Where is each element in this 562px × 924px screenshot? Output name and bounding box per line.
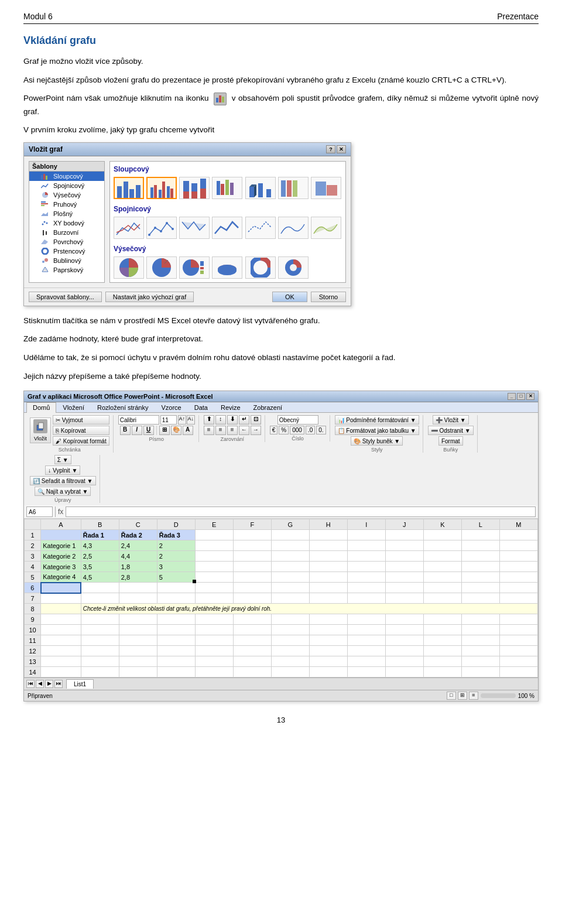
fill-color-btn[interactable]: 🎨 [171,426,181,435]
align-middle-btn[interactable]: ↕ [215,415,226,425]
cell-d1[interactable]: Řada 3 [157,530,195,540]
col-header-a[interactable]: A [41,519,81,530]
pie-chart-5[interactable] [245,256,276,279]
cell-a3[interactable]: Kategorie 2 [41,551,81,562]
align-left-btn[interactable]: ≡ [204,426,214,435]
cell-m4[interactable] [499,562,537,572]
cell-d5[interactable]: 5 [157,572,195,583]
cell-m2[interactable] [499,540,537,551]
cell-d6[interactable] [157,583,195,593]
pie-chart-1[interactable] [114,256,144,279]
line-chart-1[interactable] [114,217,144,239]
font-increase-btn[interactable]: A↑ [178,415,186,425]
row-num-1[interactable]: 1 [25,530,41,540]
cell-l1[interactable] [461,530,499,540]
align-bottom-btn[interactable]: ⬇ [227,415,238,425]
line-chart-3[interactable] [179,217,210,239]
ribbon-tab-domu[interactable]: Domů [26,402,56,413]
cell-d4[interactable]: 3 [157,562,195,572]
cell-l6[interactable] [461,583,499,593]
format-as-table-btn[interactable]: 📋 Formátovat jako tabulku ▼ [335,426,419,435]
page-break-btn[interactable]: ≡ [469,692,478,700]
cell-m6[interactable] [499,583,537,593]
cell-k3[interactable] [423,551,461,562]
cell-h5[interactable] [309,572,347,583]
cell-k4[interactable] [423,562,461,572]
chart-type-plosny[interactable]: Plošný [29,209,104,218]
chart-thumb-4[interactable] [212,177,242,199]
cell-i2[interactable] [347,540,385,551]
sheet-nav-first[interactable]: ⏮ [26,680,35,688]
chart-thumb-6[interactable] [278,177,309,199]
align-top-btn[interactable]: ⬆ [204,415,214,425]
cell-b1[interactable]: Řada 1 [81,530,119,540]
cell-g4[interactable] [271,562,309,572]
find-select-btn[interactable]: 🔍 Najít a vybrat ▼ [35,487,91,496]
cell-i7[interactable] [347,593,385,604]
cell-i1[interactable] [347,530,385,540]
cell-c7[interactable] [119,593,157,604]
cell-b5[interactable]: 4,5 [81,572,119,583]
pie-chart-6[interactable] [278,256,309,279]
insert-cells-btn[interactable]: ➕ Vložit ▼ [433,415,469,425]
cell-f3[interactable] [233,551,271,562]
currency-btn[interactable]: € [270,426,278,434]
chart-type-sloupcovy[interactable]: Sloupcový [29,172,104,181]
cell-i6[interactable] [347,583,385,593]
chart-type-vysecovy[interactable]: Výsečový [29,190,104,200]
row-num-8[interactable]: 8 [25,604,41,614]
decimal-increase-btn[interactable]: .0 [306,426,315,434]
cell-f5[interactable] [233,572,271,583]
sum-btn[interactable]: Σ ▼ [54,455,71,464]
wrap-text-btn[interactable]: ↵ [239,415,249,425]
sort-filter-btn[interactable]: 🔃 Seřadit a filtrovat ▼ [30,476,96,485]
col-header-l[interactable]: L [461,519,499,530]
chart-type-pruhovy[interactable]: Pruhový [29,200,104,209]
chart-type-paprskovy[interactable]: Paprskový [29,265,104,275]
cell-e6[interactable] [195,583,233,593]
col-header-h[interactable]: H [309,519,347,530]
excel-maximize-btn[interactable]: □ [517,393,525,400]
chart-thumb-2[interactable] [146,177,177,199]
cell-b6[interactable] [81,583,119,593]
indent-decrease-btn[interactable]: ← [239,426,249,435]
font-decrease-btn[interactable]: A↓ [187,415,195,425]
border-btn[interactable]: ⊞ [159,426,170,435]
cell-h4[interactable] [309,562,347,572]
font-color-btn[interactable]: A [183,426,193,435]
cell-a7[interactable] [41,593,81,604]
cell-g3[interactable] [271,551,309,562]
cell-j5[interactable] [385,572,423,583]
cell-d3[interactable]: 2 [157,551,195,562]
pie-chart-4[interactable] [212,256,242,279]
cell-j6[interactable] [385,583,423,593]
chart-thumb-3[interactable] [179,177,210,199]
col-header-m[interactable]: M [499,519,537,530]
cell-h1[interactable] [309,530,347,540]
cell-j4[interactable] [385,562,423,572]
cell-j7[interactable] [385,593,423,604]
cell-c4[interactable]: 1,8 [119,562,157,572]
cell-c6[interactable] [119,583,157,593]
thousand-sep-btn[interactable]: 000 [290,426,304,434]
fill-btn[interactable]: ↓ Vyplnit ▼ [45,466,80,475]
cell-a4[interactable]: Kategorie 3 [41,562,81,572]
pie-chart-3[interactable] [179,256,210,279]
merge-btn[interactable]: ⊡ [251,415,261,425]
cell-i4[interactable] [347,562,385,572]
col-header-i[interactable]: I [347,519,385,530]
cell-k2[interactable] [423,540,461,551]
cell-c5[interactable]: 2,8 [119,572,157,583]
cell-l7[interactable] [461,593,499,604]
chart-type-povrchovy[interactable]: Povrchový [29,237,104,247]
chart-type-bublinovy[interactable]: Bublinový [29,256,104,265]
sheet-tab-list1[interactable]: List1 [66,679,94,689]
dialog-close-btn[interactable]: ✕ [337,145,346,153]
decimal-decrease-btn[interactable]: 0. [316,426,325,434]
underline-btn[interactable]: U [143,426,154,435]
cell-e4[interactable] [195,562,233,572]
align-center-btn[interactable]: ≡ [215,426,226,435]
cell-l2[interactable] [461,540,499,551]
cell-f4[interactable] [233,562,271,572]
cell-f2[interactable] [233,540,271,551]
